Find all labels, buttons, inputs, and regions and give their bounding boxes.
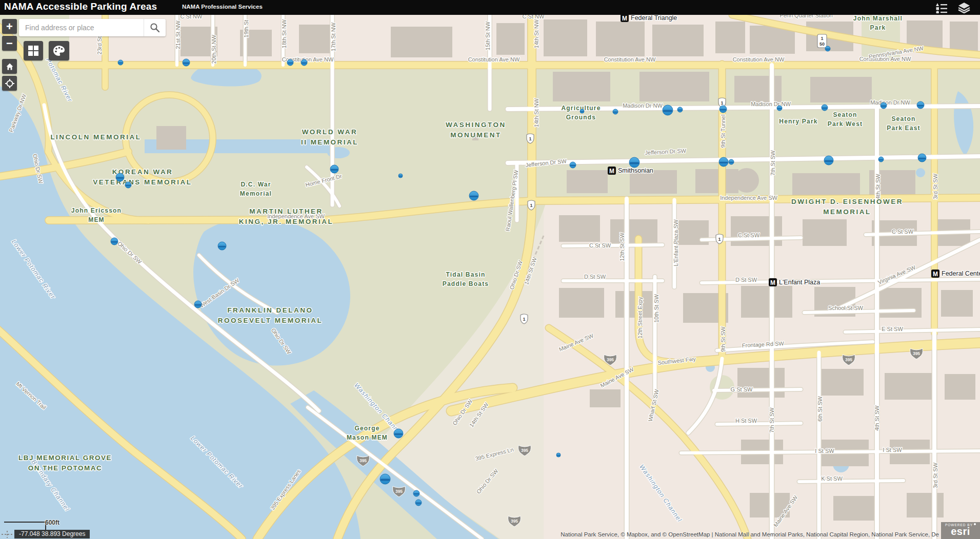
zoom-in-button[interactable]: +	[2, 19, 17, 34]
building	[741, 286, 792, 318]
app-window: Constitution Ave NWConstitution Ave NWCo…	[0, 0, 980, 539]
street-label: Madison Dr NW	[870, 99, 910, 106]
street-label: H St SW	[735, 418, 757, 424]
poi-label: Henry Park	[779, 118, 817, 125]
us1-shield-label: 1	[530, 203, 532, 208]
street-label: 7th St SW	[769, 407, 775, 433]
i395-shield-label: 395	[511, 519, 518, 524]
street-label: Madison Dr NW	[751, 101, 791, 107]
home-icon	[5, 63, 14, 71]
road	[799, 481, 904, 482]
building	[590, 389, 621, 407]
street-label: Constitution Ave NW	[733, 56, 785, 63]
street-label: 17th St NW	[330, 22, 336, 51]
street-label: D St SW	[584, 274, 606, 280]
street-label: E St SW	[882, 326, 903, 332]
street-label: C St SW	[738, 232, 760, 238]
street-label: C St SW	[589, 242, 611, 248]
road	[717, 423, 801, 424]
i395-shield-label: 395	[845, 357, 852, 362]
metro-icon-letter: M	[622, 15, 627, 22]
street-label: 12th St SW	[619, 233, 625, 261]
i395-shield-label: 395	[607, 357, 614, 362]
building	[941, 290, 973, 317]
street-label: 9th St Tunnel	[720, 115, 726, 148]
us1-shield-label: 1	[718, 237, 721, 242]
building	[907, 493, 944, 517]
water-body	[916, 168, 925, 177]
street-label: School St SW	[828, 305, 863, 311]
app-subtitle: NAMA Professional Services	[182, 4, 263, 10]
building	[737, 368, 785, 398]
building	[553, 72, 610, 101]
theme-palette-button[interactable]	[49, 41, 69, 60]
layers-icon[interactable]	[957, 2, 971, 13]
street-label: D St SW	[735, 277, 757, 283]
building	[567, 170, 608, 193]
esri-wordmark: esri	[941, 527, 980, 536]
esri-logo: POWERED BY esri	[941, 522, 980, 539]
legend-icon[interactable]	[935, 2, 948, 13]
street-label: I St SW	[815, 448, 834, 454]
map-attribution: National Park Service, © Mapbox, and © O…	[561, 531, 939, 537]
coordinates-readout: -77.048 38.893 Degrees	[14, 530, 90, 538]
building	[810, 77, 872, 102]
building	[885, 373, 932, 400]
building	[792, 173, 860, 198]
map-canvas[interactable]: Constitution Ave NWConstitution Ave NWCo…	[0, 0, 980, 539]
search-bar	[19, 19, 166, 36]
building	[652, 25, 704, 56]
metro-icon-letter: M	[933, 271, 938, 278]
metro-station-label: Smithsonian	[618, 167, 653, 174]
search-input[interactable]	[19, 19, 144, 36]
us1-shield-label: 1	[523, 317, 525, 322]
app-header: NAMA Accessible Parking Areas NAMA Profe…	[0, 0, 980, 15]
building	[803, 219, 847, 246]
us1-shield-label: 1	[529, 136, 531, 141]
street-label: 14th St NW	[533, 98, 539, 127]
crosshair-icon[interactable]	[0, 530, 14, 538]
street-label: Constitution Ave NW	[604, 56, 656, 63]
building	[833, 496, 878, 521]
search-button[interactable]	[144, 19, 166, 36]
street-label: 4th St SW	[874, 405, 880, 431]
i395-shield-label: 395	[913, 351, 920, 356]
street-label: Constitution Ave NW	[468, 56, 520, 63]
scale-label: 600ft	[45, 519, 59, 526]
metro-station-label: L'Enfant Plaza	[779, 279, 820, 286]
building	[156, 126, 186, 150]
coordinate-widget: -77.048 38.893 Degrees	[0, 530, 90, 538]
home-button[interactable]	[2, 59, 17, 74]
street-label: I St SW	[883, 447, 902, 453]
grid-icon	[27, 45, 39, 57]
metro-station-label: Federal Center	[942, 270, 980, 277]
i395-shield-label: 395	[521, 448, 528, 453]
street-label: 18th St NW	[281, 19, 287, 48]
app-title: NAMA Accessible Parking Areas	[4, 1, 157, 12]
street-label: Independence Ave SW	[720, 195, 777, 201]
building	[299, 25, 332, 53]
street-label: 21st St NW	[175, 20, 181, 49]
locate-button[interactable]	[2, 76, 17, 91]
locate-icon	[5, 78, 15, 89]
i395-shield-label: 395	[395, 489, 403, 494]
palette-icon	[52, 45, 66, 57]
street-label: 15th St NW	[485, 21, 491, 50]
building	[559, 288, 604, 318]
metro-station-label: Federal Triangle	[631, 14, 677, 22]
building	[391, 27, 452, 57]
street-label: 14th St NW	[533, 19, 539, 48]
building	[945, 374, 975, 400]
building	[496, 23, 525, 55]
street-label: G St SW	[731, 386, 753, 392]
metro-icon-letter: M	[770, 279, 775, 286]
building	[544, 19, 587, 56]
street-label: 12th Street Expy	[637, 297, 643, 339]
us1-shield-label: 1	[721, 100, 723, 106]
basemap-gallery-button[interactable]	[24, 41, 43, 60]
street-label: 9th St SW	[720, 326, 726, 352]
i395-shield-label: 395	[359, 458, 367, 463]
street-label: 4th St SW	[875, 174, 881, 199]
zoom-out-button[interactable]: −	[2, 36, 17, 51]
building	[950, 22, 978, 51]
